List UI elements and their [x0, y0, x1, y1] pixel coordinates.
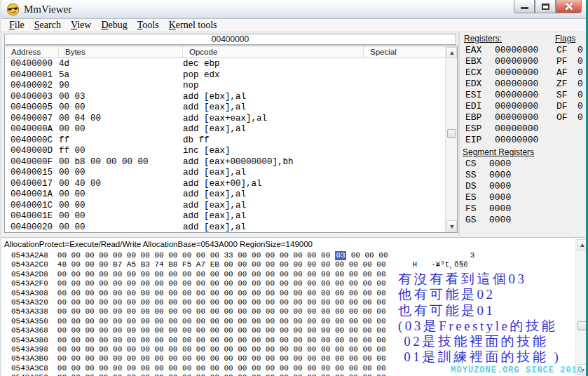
hex-ascii: 3	[415, 251, 475, 260]
register-row: ECX 00000000	[465, 67, 538, 79]
register-value: 00000000	[495, 90, 538, 101]
disasm-opcode: dec ebp	[183, 59, 445, 70]
disasm-row[interactable]: 0040001E 00 00 add [eax],al	[5, 211, 445, 222]
hex-bytes: 00 00 00	[346, 251, 388, 260]
disasm-row[interactable]: 0040000A 00 00 add [eax],al	[5, 124, 445, 135]
hex-bytes: 00 00 00 00 00 00 00 00 00 00 00 00 00 0…	[57, 270, 386, 278]
disasm-row[interactable]: 00400017 00 40 00 add [eax+00],al	[5, 179, 445, 190]
disasm-bytes: 00 00	[59, 124, 183, 135]
disasm-opcode: add [eax+eax],al	[183, 114, 445, 125]
disasm-row[interactable]: 00400000 4d dec ebp	[5, 59, 445, 70]
flag-row: AF 0	[556, 67, 583, 79]
disasm-row[interactable]: 00400020 00 00 add [eax],al	[5, 222, 445, 233]
segment-value: 0000	[489, 181, 511, 192]
register-name: EDX	[465, 79, 495, 90]
disasm-address: 00400001	[5, 70, 59, 81]
hex-bytes: 00 00 00 00 00 00 00 00 00 00 00 00 00 0…	[57, 298, 386, 307]
hex-address: 0543A2D8	[11, 270, 48, 278]
flag-row: ZF 0	[556, 79, 583, 90]
menu-item[interactable]: Search	[29, 20, 66, 31]
flag-name: OF	[556, 112, 577, 123]
menu-item[interactable]: File	[4, 20, 29, 31]
disassembly-scrollbar[interactable]	[445, 46, 457, 232]
hex-bytes: 00 00 00 00 00 00 00 00 00 00 00 00 00 0…	[57, 317, 386, 325]
disasm-opcode: add [ebx],al	[183, 92, 445, 103]
register-row: ESP 00000000	[465, 123, 538, 135]
flag-value: 0	[577, 56, 583, 67]
disasm-row[interactable]: 00400007 00 04 00 add [eax+eax],al	[5, 114, 445, 125]
column-header-bytes[interactable]: Bytes	[59, 46, 183, 58]
disasm-row[interactable]: 0040000F 00 b8 00 00 00 00 add [eax+0000…	[5, 157, 445, 168]
arrow-down-icon	[450, 225, 454, 229]
scroll-up-button[interactable]	[577, 239, 587, 250]
hex-bytes: 00 00 00 00 00 00 00 00 00 00 00 00 00 0…	[57, 279, 386, 288]
menu-item[interactable]: View	[66, 20, 97, 31]
disasm-address: 00400005	[5, 102, 59, 114]
flag-name: ZF	[556, 79, 577, 90]
scrollbar-thumb[interactable]	[577, 321, 587, 330]
flag-value: 0	[577, 101, 583, 112]
disasm-address: 00400007	[5, 114, 59, 125]
arrow-up-icon	[450, 51, 454, 55]
disasm-row[interactable]: 00400015 00 00 add [eax],al	[5, 168, 445, 179]
hex-dump-panel: AllocationProtect=Execute/Read/Write All…	[1, 237, 587, 376]
annotation-line: (03是Freestyle的技能	[398, 318, 561, 334]
menu-item[interactable]: Debug	[96, 20, 132, 31]
disassembly-header: Address Bytes Opcode Special	[5, 46, 457, 58]
column-header-opcode[interactable]: Opcode	[183, 46, 364, 58]
disasm-row[interactable]: 00400001 5a pop edx	[5, 70, 445, 81]
allocation-info: AllocationProtect=Execute/Read/Write All…	[1, 238, 587, 249]
flag-row: OF 0	[556, 112, 583, 123]
disasm-row[interactable]: 0040001A 00 00 add [eax],al	[5, 189, 445, 201]
hex-scrollbar[interactable]	[575, 239, 587, 376]
disasm-row[interactable]: 0040000C ff db ff	[5, 135, 445, 147]
disasm-address: 00400002	[5, 81, 59, 92]
disasm-row[interactable]: 0040000D ff 00 inc [eax]	[5, 146, 445, 157]
segment-register-row: SS 0000	[465, 170, 511, 181]
register-value: 00000000	[495, 56, 538, 67]
scrollbar-thumb[interactable]	[447, 129, 456, 138]
window-controls	[514, 0, 582, 13]
hex-row[interactable]: 0543A2A800 00 00 00 00 00 00 00 00 00 00…	[11, 251, 573, 260]
flag-name: CF	[556, 45, 577, 56]
register-value: 00000000	[495, 45, 538, 56]
disasm-address: 0040000C	[5, 135, 59, 147]
hex-bytes: 00 00 00 00 00 00 00 00 00 00 00 00 00 0…	[57, 373, 386, 376]
flag-name: AF	[556, 67, 577, 79]
window-title: MmViewer	[24, 4, 71, 15]
close-button[interactable]	[556, 0, 582, 13]
disasm-address: 0040001C	[5, 201, 59, 212]
disasm-row[interactable]: 00400002 90 nop	[5, 81, 445, 92]
menu-item[interactable]: Tools	[132, 20, 164, 31]
flag-row: PF 0	[556, 56, 583, 67]
minimize-button[interactable]	[514, 0, 535, 13]
segment-value: 0000	[489, 203, 511, 215]
disasm-bytes: 00 00	[59, 102, 183, 114]
disasm-row[interactable]: 00400003 00 03 add [ebx],al	[5, 92, 445, 103]
segment-value: 0000	[489, 215, 511, 226]
disasm-address: 00400020	[5, 222, 59, 233]
menu-item[interactable]: Kernel tools	[164, 20, 222, 31]
column-header-special[interactable]: Special	[364, 46, 457, 58]
hex-byte-selected[interactable]: 03	[335, 251, 346, 260]
hex-address: 0543A350	[11, 317, 48, 325]
titlebar[interactable]: MmViewer	[1, 0, 586, 19]
disasm-row[interactable]: 00400005 00 00 add [eax],al	[5, 102, 445, 114]
scroll-down-button[interactable]	[446, 220, 457, 231]
column-header-address[interactable]: Address	[5, 46, 59, 58]
disasm-opcode: add [eax],al	[183, 201, 445, 212]
maximize-button[interactable]	[535, 0, 556, 13]
disasm-address: 0040000A	[5, 124, 59, 135]
disasm-bytes: 00 00	[59, 189, 183, 201]
hex-row[interactable]: 0543A2C048 00 00 00 B7 A5 B3 74 B8 F5 A7…	[11, 260, 573, 269]
scroll-up-button[interactable]	[446, 47, 457, 58]
segment-name: CS	[465, 159, 489, 170]
register-name: EAX	[465, 45, 495, 56]
disasm-row[interactable]: 0040001C 00 00 add [eax],al	[5, 201, 445, 212]
disasm-bytes: ff 00	[59, 146, 183, 157]
app-icon-smiley-sunglasses	[6, 2, 20, 17]
disasm-opcode: add [eax+00],al	[183, 179, 445, 190]
register-name: EIP	[465, 135, 495, 146]
address-input[interactable]	[4, 34, 456, 45]
hex-bytes: 00 00 00 00 00 00 00 00 00 00 00 00 00 0…	[57, 336, 386, 344]
